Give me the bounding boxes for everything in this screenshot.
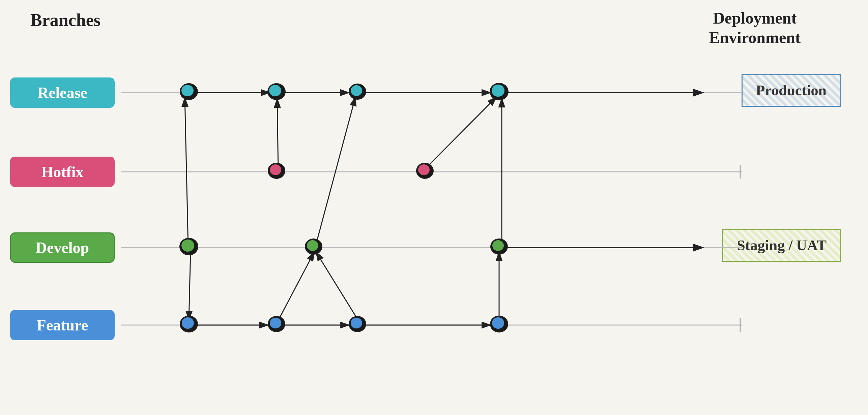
svg-line-17 [189,253,191,320]
svg-point-50 [492,317,504,329]
svg-point-28 [269,85,281,96]
svg-line-22 [316,252,358,321]
svg-point-34 [270,164,281,175]
svg-point-32 [492,85,504,97]
svg-point-44 [182,317,194,329]
svg-point-38 [181,240,194,252]
svg-point-36 [418,164,430,175]
svg-line-21 [427,97,496,167]
svg-line-18 [277,99,278,170]
svg-point-26 [181,85,194,96]
svg-point-30 [351,85,362,96]
svg-point-48 [351,318,362,328]
svg-point-40 [307,240,318,251]
svg-point-42 [492,240,504,251]
diagram-svg [0,0,868,415]
svg-line-19 [278,252,314,322]
svg-line-20 [316,97,355,243]
svg-point-46 [270,318,281,328]
